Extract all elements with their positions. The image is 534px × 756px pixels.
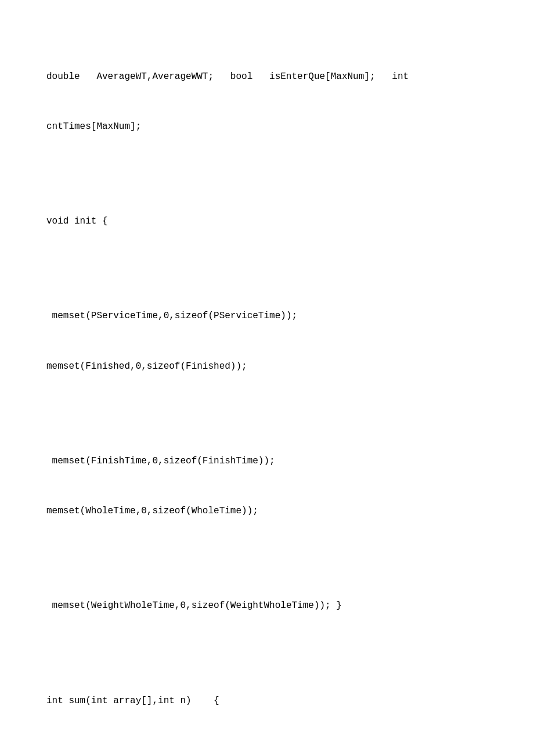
spacer-5 bbox=[46, 648, 488, 659]
code-line-4: memset(PServiceTime,0,sizeof(PServiceTim… bbox=[46, 308, 488, 325]
code-line-7: memset(WholeTime,0,sizeof(WholeTime)); bbox=[46, 503, 488, 520]
code-content: double AverageWT,AverageWWT; bool isEnte… bbox=[46, 35, 488, 756]
spacer-2 bbox=[46, 264, 488, 275]
code-line-8: memset(WeightWholeTime,0,sizeof(WeightWh… bbox=[46, 597, 488, 614]
code-line-1: double AverageWT,AverageWWT; bool isEnte… bbox=[46, 69, 488, 85]
spacer-3 bbox=[46, 408, 488, 419]
code-line-3: void init { bbox=[46, 213, 488, 230]
code-line-6: memset(FinishTime,0,sizeof(FinishTime)); bbox=[46, 453, 488, 470]
spacer-1 bbox=[46, 168, 488, 179]
code-line-2: cntTimes[MaxNum]; bbox=[46, 118, 488, 135]
code-line-5: memset(Finished,0,sizeof(Finished)); bbox=[46, 358, 488, 375]
code-line-9: int sum(int array[],int n) { bbox=[46, 693, 488, 710]
spacer-4 bbox=[46, 553, 488, 564]
spacer-6 bbox=[46, 743, 488, 754]
